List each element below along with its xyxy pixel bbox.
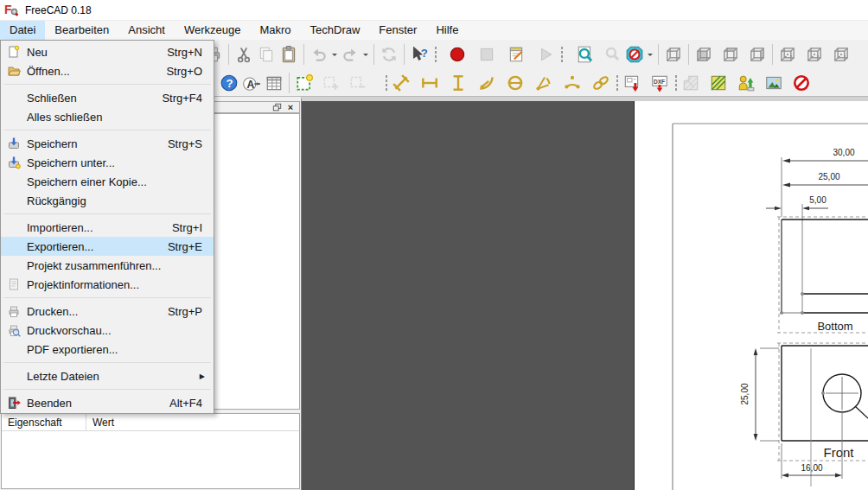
view-front-icon[interactable] xyxy=(692,43,715,66)
td-dim-vertical-icon[interactable] xyxy=(447,72,469,94)
toolbar-handle[interactable] xyxy=(433,45,437,64)
window-title: FreeCAD 0.18 xyxy=(25,4,92,16)
menu-item-letzte-dateien[interactable]: Letzte Dateien▶ xyxy=(1,366,214,385)
menu-item-schlie-en[interactable]: SchließenStrg+F4 xyxy=(1,88,214,107)
menubar-item-bearbeiten[interactable]: Bearbeiten xyxy=(45,21,118,40)
menu-separator xyxy=(3,84,211,85)
td-dim-radius-icon[interactable] xyxy=(475,72,498,94)
td-new-view-icon[interactable] xyxy=(293,72,316,94)
td-clip-group-icon[interactable] xyxy=(347,72,369,94)
toolbar-handle[interactable] xyxy=(559,45,563,64)
menu-item-speichern[interactable]: SpeichernStrg+S xyxy=(1,134,214,153)
view-rear-icon[interactable] xyxy=(776,43,799,66)
property-value-column-header[interactable]: Wert xyxy=(86,414,120,430)
redo-dropdown[interactable] xyxy=(361,43,370,66)
td-export-dxf-icon[interactable]: DXF xyxy=(648,72,671,94)
toolbar-handle[interactable] xyxy=(384,73,387,92)
menu-item-label: Beenden xyxy=(27,397,169,410)
td-link-dimension-icon[interactable] xyxy=(590,72,612,94)
dock-close-button[interactable]: × xyxy=(284,102,297,112)
toolbar-handle[interactable] xyxy=(615,73,618,92)
td-dim-angle3point-icon[interactable] xyxy=(561,72,584,94)
drawing-page[interactable]: 30,00 25,00 5,00 Bottom xyxy=(634,101,868,490)
macro-edit-icon[interactable] xyxy=(505,43,527,66)
menu-item-exportieren[interactable]: Exportieren...Strg+E xyxy=(1,237,214,256)
undo-dropdown[interactable] xyxy=(330,43,339,66)
spreadsheet-icon[interactable] xyxy=(263,72,285,94)
menubar-item-werkzeuge[interactable]: Werkzeuge xyxy=(175,21,251,40)
refresh-icon[interactable] xyxy=(378,43,400,66)
macro-stop-icon[interactable] xyxy=(475,43,498,66)
copy-icon[interactable] xyxy=(255,43,278,66)
cut-icon[interactable] xyxy=(233,43,255,66)
svg-text:A: A xyxy=(247,78,255,90)
menubar-item-fenster[interactable]: Fenster xyxy=(369,21,426,40)
menu-item-druckvorschau[interactable]: Druckvorschau... xyxy=(1,321,214,340)
menu-item-r-ckg-ngig[interactable]: Rückgängig xyxy=(1,191,214,210)
view-bottom-icon[interactable] xyxy=(830,43,852,66)
view-axonometric-icon[interactable] xyxy=(662,43,685,66)
td-export-page-icon[interactable] xyxy=(621,72,643,94)
menu-item-neu[interactable]: NeuStrg+N xyxy=(1,42,214,61)
menu-item-importieren[interactable]: Importieren...Strg+I xyxy=(1,218,214,237)
draw-style-icon[interactable] xyxy=(623,43,646,66)
bottom-view-label[interactable]: Bottom xyxy=(817,320,852,333)
dimension-5[interactable]: 5,00 xyxy=(809,195,827,205)
menu-item-pdf-exportieren[interactable]: PDF exportieren... xyxy=(1,340,214,359)
dock-float-button[interactable] xyxy=(270,102,284,112)
menubar-item-techdraw[interactable]: TechDraw xyxy=(301,21,370,40)
menu-item-speichern-unter[interactable]: Speichern unter... xyxy=(1,153,214,172)
menu-item-label: Drucken... xyxy=(27,305,168,318)
annotation-icon[interactable]: A xyxy=(240,72,263,94)
front-view-label[interactable]: Front xyxy=(823,445,854,460)
view-left-icon[interactable] xyxy=(803,43,826,66)
view-top-icon[interactable] xyxy=(719,43,742,66)
td-insert-symbol-icon[interactable] xyxy=(735,72,757,94)
td-hatch-icon[interactable] xyxy=(680,72,702,94)
menu-item-ffnen[interactable]: Öffnen...Strg+O xyxy=(1,61,214,80)
draw-style-dropdown[interactable] xyxy=(646,43,654,66)
menu-separator xyxy=(3,389,211,390)
menubar-item-datei[interactable]: Datei xyxy=(0,21,45,40)
menubar-item-ansicht[interactable]: Ansicht xyxy=(118,21,175,40)
menu-item-drucken[interactable]: Drucken...Strg+P xyxy=(1,302,214,321)
redo-icon[interactable] xyxy=(339,43,361,66)
td-insert-image-icon[interactable] xyxy=(763,72,785,94)
td-dim-diameter-icon[interactable] xyxy=(504,72,527,94)
menu-item-projektinformationen[interactable]: Projektinformationen... xyxy=(1,275,214,294)
macro-execute-icon[interactable] xyxy=(534,43,557,66)
td-projection-group-icon[interactable] xyxy=(320,72,342,94)
toolbar-separator xyxy=(772,44,773,65)
dimension-25-bottom[interactable]: 25,00 xyxy=(818,172,839,181)
undo-icon[interactable] xyxy=(308,43,330,66)
menu-item-projekt-zusammenf-hren[interactable]: Projekt zusammenführen... xyxy=(1,256,214,275)
dimension-16[interactable]: 16,00 xyxy=(801,463,822,473)
td-toggle-frames-icon[interactable] xyxy=(790,72,813,94)
menu-item-beenden[interactable]: BeendenAlt+F4 xyxy=(1,393,214,412)
menubar-item-makro[interactable]: Makro xyxy=(250,21,300,40)
fit-all-icon[interactable] xyxy=(574,43,597,66)
toolbar-handle[interactable] xyxy=(673,73,677,92)
menu-item-shortcut: Strg+E xyxy=(168,240,214,253)
save-icon xyxy=(1,137,27,150)
menu-item-label: Druckvorschau... xyxy=(27,324,214,337)
dimension-25-front[interactable]: 25,00 xyxy=(740,383,750,404)
toolbar-separator xyxy=(658,44,659,65)
td-dim-angle-icon[interactable] xyxy=(533,72,555,94)
paste-icon[interactable] xyxy=(278,43,300,66)
menubar-item-hilfe[interactable]: Hilfe xyxy=(426,21,468,40)
float-icon xyxy=(272,103,282,112)
menu-item-speichern-einer-kopie[interactable]: Speichern einer Kopie... xyxy=(1,172,214,191)
whats-this-icon[interactable]: ? xyxy=(408,43,431,66)
toolbar-separator xyxy=(303,44,304,65)
menu-item-alles-schlie-en[interactable]: Alles schließen xyxy=(1,107,214,126)
td-geometric-hatch-icon[interactable] xyxy=(707,72,730,94)
macro-record-icon[interactable] xyxy=(446,43,469,66)
property-name-column-header[interactable]: Eigenschaft xyxy=(2,414,86,430)
zoom-selection-icon[interactable] xyxy=(601,43,623,66)
td-dim-length-icon[interactable] xyxy=(390,72,412,94)
td-dim-horizontal-icon[interactable] xyxy=(418,72,441,94)
view-right-icon[interactable] xyxy=(746,43,769,66)
help-icon[interactable]: ? xyxy=(218,72,240,94)
dimension-30[interactable]: 30,00 xyxy=(833,148,854,157)
